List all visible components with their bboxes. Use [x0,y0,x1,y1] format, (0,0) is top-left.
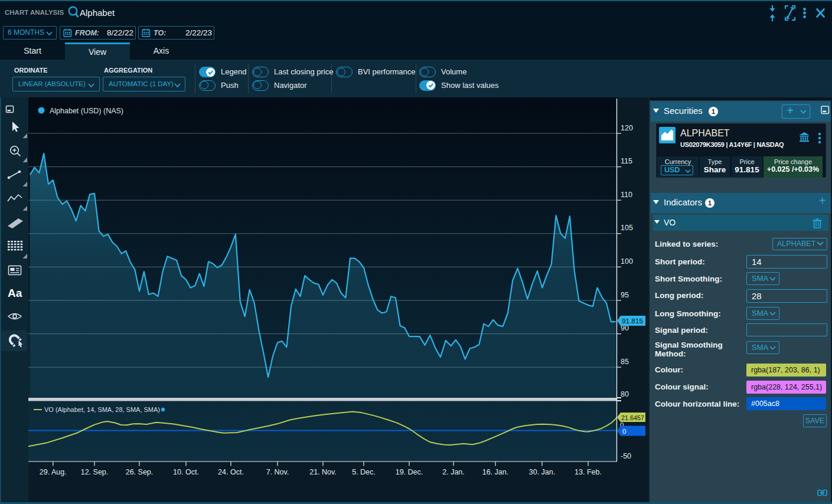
svg-text:-50: -50 [621,452,631,460]
svg-text:7. Nov.: 7. Nov. [266,468,289,476]
svg-text:5. Dec.: 5. Dec. [352,468,376,476]
svg-text:13. Feb.: 13. Feb. [575,468,602,476]
svg-text:2. Jan.: 2. Jan. [442,468,465,476]
svg-text:24. Oct.: 24. Oct. [218,468,244,476]
svg-text:30. Jan.: 30. Jan. [529,468,555,476]
svg-text:12. Sep.: 12. Sep. [81,468,109,476]
svg-text:115: 115 [621,157,632,165]
svg-text:21. Nov.: 21. Nov. [309,468,337,476]
svg-text:10. Oct.: 10. Oct. [173,468,199,476]
svg-text:16. Jan.: 16. Jan. [482,468,508,476]
svg-text:80: 80 [621,390,629,398]
svg-text:19. Dec.: 19. Dec. [396,468,423,476]
svg-text:0: 0 [622,428,626,435]
svg-text:110: 110 [621,191,632,199]
svg-text:VO (Alphabet, 14, SMA, 28, SMA: VO (Alphabet, 14, SMA, 28, SMA, SMA) [44,406,160,413]
svg-text:Aa: Aa [8,287,22,299]
svg-text:91.815: 91.815 [622,318,643,325]
svg-text:100: 100 [621,257,633,266]
svg-text:105: 105 [621,224,633,232]
svg-text:26. Sep.: 26. Sep. [126,468,154,476]
svg-text:85: 85 [621,358,629,366]
svg-text:Alphabet (USD) (NAS): Alphabet (USD) (NAS) [50,107,123,115]
svg-text:120: 120 [621,124,633,132]
svg-text:95: 95 [621,291,629,299]
svg-text:21.6457: 21.6457 [621,414,644,421]
svg-text:29. Aug.: 29. Aug. [40,468,67,476]
